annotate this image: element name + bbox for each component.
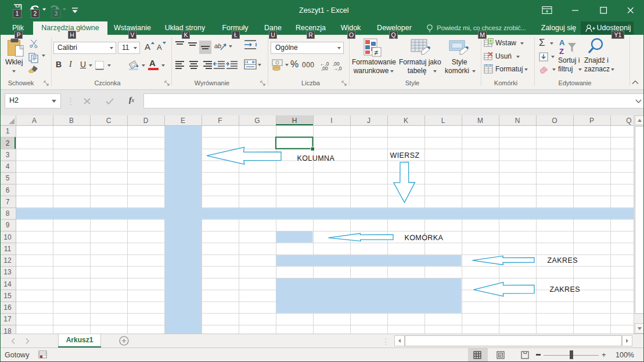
- svg-text:K: K: [404, 117, 408, 125]
- svg-text:E: E: [181, 117, 185, 125]
- svg-text:9: 9: [6, 221, 10, 229]
- svg-text:18: 18: [3, 327, 12, 334]
- svg-text:≠: ≠: [374, 48, 378, 57]
- svg-text:8: 8: [6, 209, 10, 218]
- svg-text:L: L: [441, 117, 445, 125]
- svg-text:11: 11: [4, 245, 12, 253]
- svg-text:KOMÓRKA: KOMÓRKA: [405, 233, 444, 242]
- svg-text:16: 16: [3, 303, 12, 312]
- svg-text:3: 3: [6, 151, 10, 159]
- svg-text:Q: Q: [626, 117, 631, 125]
- svg-text:J: J: [367, 117, 370, 125]
- svg-text:F: F: [218, 117, 222, 125]
- svg-text:D: D: [143, 117, 149, 125]
- svg-text:C: C: [106, 117, 111, 125]
- svg-text:17: 17: [3, 315, 12, 323]
- svg-text:O: O: [552, 117, 557, 125]
- svg-text:1: 1: [6, 127, 10, 135]
- svg-text:7: 7: [6, 198, 10, 206]
- svg-text:15: 15: [3, 292, 12, 300]
- svg-text:ZAKRES: ZAKRES: [548, 256, 578, 265]
- svg-text:13: 13: [3, 268, 12, 276]
- svg-text:,00: ,00: [321, 66, 328, 71]
- svg-text:6: 6: [6, 186, 10, 194]
- svg-text:M: M: [477, 117, 483, 125]
- svg-text:10: 10: [3, 233, 12, 241]
- svg-text:A: A: [32, 117, 37, 125]
- svg-text:→,0: →,0: [333, 66, 342, 71]
- svg-text:Z: Z: [559, 47, 564, 56]
- svg-text:KOLUMNA: KOLUMNA: [297, 154, 335, 162]
- svg-text:A: A: [559, 38, 565, 47]
- svg-text:5: 5: [6, 174, 10, 182]
- svg-text:ab: ab: [214, 42, 221, 49]
- svg-text:G: G: [254, 117, 260, 125]
- svg-text:WIERSZ: WIERSZ: [390, 151, 420, 160]
- svg-text:ZAKRES: ZAKRES: [550, 285, 580, 294]
- svg-text:I: I: [330, 117, 332, 125]
- svg-text:14: 14: [3, 280, 12, 288]
- svg-text:P: P: [589, 117, 594, 125]
- svg-text:B: B: [69, 117, 74, 125]
- svg-text:12: 12: [3, 256, 12, 265]
- svg-text:H: H: [292, 117, 297, 125]
- svg-text:2: 2: [6, 139, 10, 147]
- svg-text:4: 4: [6, 162, 10, 171]
- svg-text:N: N: [515, 117, 520, 125]
